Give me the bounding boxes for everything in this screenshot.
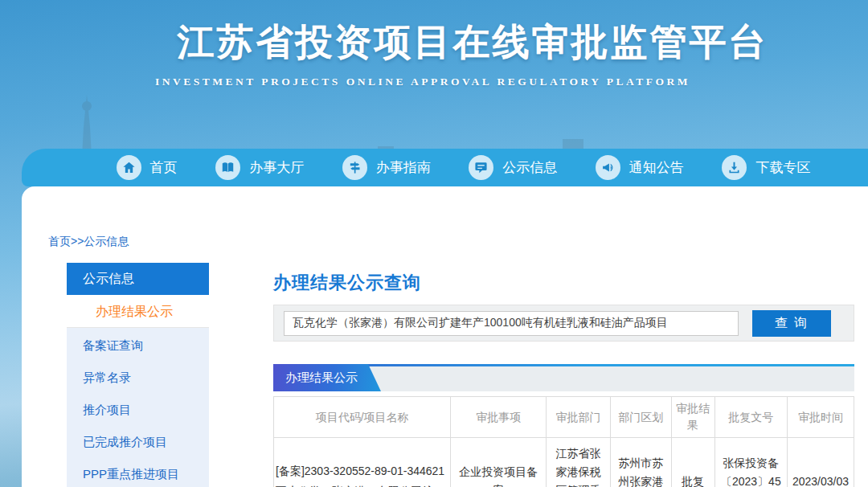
page-title: 办理结果公示查询 [273, 271, 854, 295]
nav-item-label: 办事大厅 [249, 158, 304, 177]
platform-header: 江苏省投资项目在线审批监管平台 INVESTMENT PROJECTS ONLI… [0, 18, 868, 88]
chat-bubble-icon [469, 155, 493, 180]
project-name: 瓦克化学（张家港）有限公司扩... [276, 481, 446, 487]
cell-department-district: 苏州市苏州张家港保税区 [610, 438, 671, 487]
nav-item-guide[interactable]: 办事指南 [342, 155, 431, 180]
nav-item-label: 办事指南 [376, 158, 431, 177]
platform-title: 江苏省投资项目在线审批监管平台 [39, 18, 868, 68]
signpost-icon [342, 155, 367, 180]
table-row: [备案]2303-320552-89-01-344621 瓦克化学（张家港）有限… [274, 438, 854, 487]
cell-project-code-name[interactable]: [备案]2303-320552-89-01-344621 瓦克化学（张家港）有限… [274, 438, 451, 487]
tab-result-publicity[interactable]: 办理结果公示 [273, 364, 381, 391]
search-input[interactable] [284, 311, 739, 336]
breadcrumb[interactable]: 首页>>公示信息 [22, 186, 868, 249]
megaphone-icon [596, 155, 620, 180]
table-header-row: 项目代码/项目名称 审批事项 审批部门 部门区划 审批结果 批复文号 审批时间 [274, 397, 854, 438]
content-sheet: 首页>>公示信息 公示信息 办理结果公示 备案证查询 异常名录 推介项目 已完成… [22, 186, 868, 487]
col-header-approval-department: 审批部门 [547, 397, 610, 438]
nav-item-label: 公示信息 [502, 158, 557, 177]
col-header-project-code-name: 项目代码/项目名称 [274, 397, 451, 438]
project-code: [备案]2303-320552-89-01-344621 [276, 461, 446, 481]
sidebar-section-title: 公示信息 [67, 263, 209, 295]
nav-item-home[interactable]: 首页 [117, 155, 178, 180]
cell-approval-result: 批复 [671, 438, 714, 487]
sidebar-item-record-cert-query[interactable]: 备案证查询 [67, 329, 209, 362]
cell-approval-department: 江苏省张家港保税区管理委员会 [547, 438, 610, 487]
main-content: 办理结果公示查询 查 询 办理结果公示 项目代码/项目名称 审批事项 [273, 263, 854, 487]
col-header-approval-result: 审批结果 [671, 397, 714, 438]
col-header-department-district: 部门区划 [610, 397, 671, 438]
cell-approval-matter: 企业投资项目备案 [451, 438, 547, 487]
sidebar-item-completed-promoted-projects[interactable]: 已完成推介项目 [67, 426, 209, 458]
sidebar-item-result-publicity[interactable]: 办理结果公示 [67, 295, 209, 328]
sidebar-item-promoted-projects[interactable]: 推介项目 [67, 394, 209, 426]
cell-approval-time: 2023/03/03 [787, 438, 854, 487]
nav-item-label: 下载专区 [755, 158, 810, 177]
nav-item-label: 通知公告 [629, 158, 684, 177]
nav-item-notices[interactable]: 通知公告 [596, 155, 684, 180]
col-header-doc-number: 批复文号 [714, 397, 787, 438]
search-panel: 查 询 [273, 305, 854, 342]
home-icon [117, 155, 141, 180]
col-header-approval-time: 审批时间 [787, 397, 854, 438]
nav-item-publicity[interactable]: 公示信息 [469, 155, 557, 180]
col-header-approval-matter: 审批事项 [451, 397, 547, 438]
results-table: 项目代码/项目名称 审批事项 审批部门 部门区划 审批结果 批复文号 审批时间 … [273, 396, 854, 487]
result-tab-bar: 办理结果公示 [273, 364, 854, 391]
cell-doc-number: 张保投资备〔2023〕45号 [714, 438, 787, 487]
sidebar-list: 备案证查询 异常名录 推介项目 已完成推介项目 PPP重点推进项目 [67, 328, 209, 487]
sidebar-item-ppp-key-projects[interactable]: PPP重点推进项目 [67, 458, 209, 487]
nav-item-service-hall[interactable]: 办事大厅 [215, 155, 304, 180]
nav-item-downloads[interactable]: 下载专区 [722, 155, 810, 180]
search-button[interactable]: 查 询 [752, 310, 831, 337]
download-icon [722, 155, 747, 180]
sidebar-item-abnormal-list[interactable]: 异常名录 [67, 362, 209, 394]
sidebar: 公示信息 办理结果公示 备案证查询 异常名录 推介项目 已完成推介项目 PPP重… [67, 263, 209, 487]
main-navigation: 首页 办事大厅 办事指南 公示信息 通知公告 下载专区 [22, 149, 868, 186]
platform-subtitle: INVESTMENT PROJECTS ONLINE APPROVAL REGU… [0, 76, 857, 88]
nav-item-label: 首页 [150, 158, 178, 177]
book-icon [215, 155, 240, 180]
